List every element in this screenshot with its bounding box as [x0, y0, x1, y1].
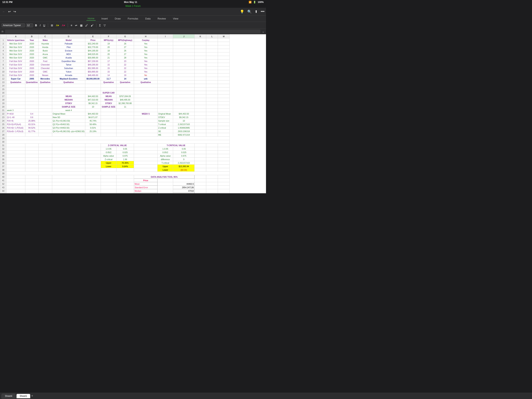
cell-L15[interactable]	[206, 87, 218, 91]
cell-K28[interactable]	[195, 133, 206, 137]
cell-M2[interactable]	[218, 42, 230, 45]
cell-K7[interactable]	[195, 59, 206, 63]
cell-K3[interactable]	[195, 45, 206, 49]
cell-C3[interactable]: Honda	[38, 45, 52, 49]
cell-F26[interactable]	[101, 126, 116, 129]
cell-M21[interactable]	[218, 109, 230, 112]
cell-E24[interactable]: 45.74%	[85, 119, 101, 122]
cell-K2[interactable]	[195, 42, 206, 45]
cell-E19[interactable]: $9,342.15	[85, 102, 101, 105]
cell-I26[interactable]: Z-critical	[158, 126, 173, 129]
cell-K27[interactable]	[195, 129, 206, 133]
cell-L13[interactable]	[206, 80, 218, 84]
cell-K17[interactable]	[195, 95, 206, 98]
cell-H5[interactable]: Yes	[134, 52, 158, 56]
cell-C21[interactable]	[38, 109, 52, 112]
cell-E25[interactable]: 58.48%	[85, 122, 101, 126]
cell-D24[interactable]: Q1 P(x<43,963.50)	[52, 119, 85, 122]
cell-I15[interactable]	[158, 87, 173, 91]
cell-A25[interactable]: P(X<5)=P(X≤4)	[6, 122, 25, 126]
back-button[interactable]: ←	[1, 9, 6, 14]
cell-C27[interactable]	[38, 129, 52, 133]
cell-H16[interactable]	[134, 91, 158, 95]
cell-A12[interactable]: Super Car	[6, 77, 25, 80]
cell-H15[interactable]	[134, 87, 158, 91]
cell-I18[interactable]	[158, 98, 173, 102]
cell-M16[interactable]	[218, 91, 230, 95]
cell-F7[interactable]: 17	[101, 59, 116, 63]
menu-draw[interactable]: Draw	[114, 17, 122, 20]
cell-D4[interactable]: Enclave	[52, 49, 85, 52]
underline-button[interactable]: U	[43, 23, 46, 27]
cell-D15[interactable]	[52, 87, 85, 91]
col-F-header[interactable]: F	[101, 34, 116, 38]
cell-E9[interactable]: $52,995.00	[85, 66, 101, 70]
cell-C4[interactable]: Buick	[38, 49, 52, 52]
cell-A22[interactable]: P=4/10	[6, 112, 25, 116]
cell-B3[interactable]: 2020	[25, 45, 38, 49]
cell-G14[interactable]	[116, 84, 134, 87]
cell-G7[interactable]: 23	[116, 59, 134, 63]
cell-K4[interactable]	[195, 49, 206, 52]
cell-J21[interactable]	[173, 109, 195, 112]
cell-M10[interactable]	[218, 70, 230, 73]
cell-M14[interactable]	[218, 84, 230, 87]
cell-G2[interactable]: 26	[116, 42, 134, 45]
cell-I20[interactable]	[158, 105, 173, 109]
cell-M7[interactable]	[218, 59, 230, 63]
cell-M20[interactable]	[218, 105, 230, 109]
spreadsheet[interactable]: A B C D E F G H I J K L M 1 Vehicle type…	[0, 34, 266, 193]
paint-button[interactable]: 🖌	[90, 23, 94, 27]
cell-B2[interactable]: 2020	[25, 42, 38, 45]
cell-F14[interactable]	[101, 84, 116, 87]
cell-A27[interactable]: P(X≤4)= 1-P(X≤3)	[6, 129, 25, 133]
cell-F13[interactable]: Quantative	[101, 80, 116, 84]
cell-A15[interactable]	[6, 87, 25, 91]
cell-L3[interactable]	[206, 45, 218, 49]
cell-F20[interactable]: SAMPLE SIZE	[101, 105, 116, 109]
cell-A4[interactable]: Mid-Size SUV	[6, 49, 25, 52]
cell-D18[interactable]: MEDIAN	[52, 98, 85, 102]
cell-E6[interactable]: $30,995.00	[85, 56, 101, 59]
cell-H26[interactable]	[134, 126, 158, 129]
cell-B25[interactable]: 63.31%	[25, 122, 38, 126]
format2-button[interactable]: 🖊	[84, 23, 89, 27]
menu-view[interactable]: View	[172, 17, 180, 20]
cell-E27[interactable]: 25.19%	[85, 129, 101, 133]
cell-E22[interactable]: $44,463.50	[85, 112, 101, 116]
cell-A18[interactable]	[6, 98, 25, 102]
col-D-header[interactable]: D	[52, 34, 85, 38]
cell-B16[interactable]	[25, 91, 38, 95]
cell-K5[interactable]	[195, 52, 206, 56]
merge-button[interactable]: ⊞	[50, 23, 54, 27]
cell-E21[interactable]	[85, 109, 101, 112]
cell-J8[interactable]	[173, 63, 195, 66]
cell-I10[interactable]	[158, 70, 173, 73]
cell-D25[interactable]: Q2 P(x<45463.50)	[52, 122, 85, 126]
cell-J2[interactable]	[173, 42, 195, 45]
cell-L22[interactable]	[206, 112, 218, 116]
cell-C5[interactable]: Acura	[38, 52, 52, 56]
cell-G21[interactable]	[116, 109, 134, 112]
cell-H28[interactable]	[134, 133, 158, 137]
cell-J17[interactable]	[173, 95, 195, 98]
cell-F3[interactable]: 20	[101, 45, 116, 49]
cell-K16[interactable]	[195, 91, 206, 95]
cell-M27[interactable]	[218, 129, 230, 133]
cell-L23[interactable]	[206, 116, 218, 119]
bold-button[interactable]: B	[34, 23, 38, 27]
cell-K20[interactable]	[195, 105, 206, 109]
cell-G15[interactable]	[116, 87, 134, 91]
cell-D1[interactable]: Model	[52, 38, 85, 42]
cell-G11[interactable]: 19	[116, 73, 134, 77]
cell-H2[interactable]: Yes	[134, 42, 158, 45]
cell-H27[interactable]	[134, 129, 158, 133]
cell-B5[interactable]: 2020	[25, 52, 38, 56]
cell-E17[interactable]: $44,463.50	[85, 95, 101, 98]
cell-G10[interactable]: 22	[116, 70, 134, 73]
wrap-button[interactable]: ⇌	[74, 23, 78, 27]
cell-A2[interactable]: Mid-Size SUV	[6, 42, 25, 45]
cell-M28[interactable]	[218, 133, 230, 137]
cell-F18[interactable]: MEDIAN	[101, 98, 116, 102]
cell-H1[interactable]: Carplay	[134, 38, 158, 42]
